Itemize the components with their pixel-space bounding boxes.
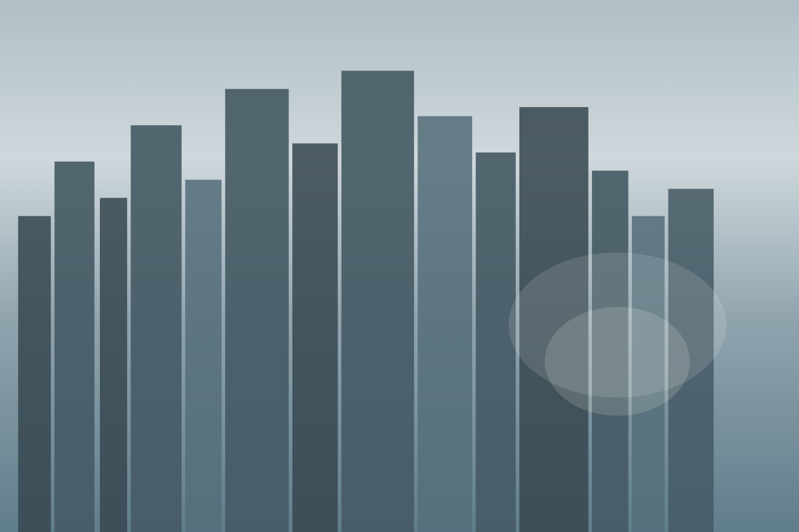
svg-rect-51 [342,280,414,477]
svg-rect-52 [417,280,472,477]
svg-rect-53 [476,280,516,477]
image-preview [273,73,566,477]
app-content: ← Compare Compare view Side by Side ▾ ▾ [7,59,792,522]
svg-rect-50 [292,280,338,477]
main-content [200,59,639,522]
preview-bottom [273,280,566,477]
svg-rect-49 [273,280,289,477]
browser-window: Content Credentials × + ▾ ← → ↺ contentc… [7,10,792,522]
